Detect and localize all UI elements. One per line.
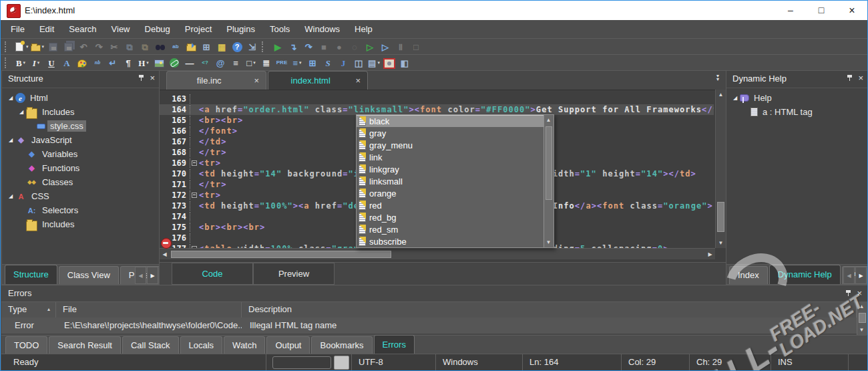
expand-arrow-icon[interactable]: ◢: [17, 109, 26, 115]
close-panel-icon[interactable]: ×: [857, 289, 862, 297]
paragraph-button[interactable]: ¶: [121, 56, 136, 70]
dock-tab-watch[interactable]: Watch: [224, 336, 265, 354]
nbsp-button[interactable]: nb: [90, 56, 105, 70]
snapshot-button[interactable]: [382, 56, 397, 70]
expand-arrow-icon[interactable]: ◢: [6, 137, 15, 143]
stop-button[interactable]: ■: [316, 40, 331, 53]
editor-tab-index-html[interactable]: index.html×: [268, 71, 368, 90]
step-into-button[interactable]: ↴: [286, 40, 300, 53]
editor-vertical-scrollbar[interactable]: ▲ ▼: [715, 90, 726, 248]
color-palette-button[interactable]: [75, 56, 89, 70]
fullscreen-button[interactable]: ⇲: [245, 40, 260, 53]
autocomplete-item-black[interactable]: black: [357, 115, 544, 127]
dock-tab-errors[interactable]: Errors: [374, 335, 415, 354]
status-button[interactable]: [334, 356, 349, 370]
autocomplete-item-orange[interactable]: orange: [357, 187, 544, 199]
horizontal-rule-button[interactable]: —: [182, 56, 197, 70]
autocomplete-item-subscribe[interactable]: subscribe: [357, 235, 544, 247]
scroll-up-icon[interactable]: ▲: [857, 301, 867, 312]
scroll-down-icon[interactable]: ▼: [857, 325, 867, 335]
structure-item-classes[interactable]: ◆◆Classes: [2, 175, 159, 189]
menu-plugins[interactable]: Plugins: [219, 21, 262, 37]
scroll-down-icon[interactable]: ▼: [544, 237, 554, 247]
cut-button[interactable]: ✂: [107, 40, 122, 53]
align-center-button[interactable]: ≡: [228, 56, 243, 70]
fold-marker-icon[interactable]: [190, 158, 199, 168]
continue-button[interactable]: ▷: [378, 40, 393, 53]
maximize-button[interactable]: □: [806, 1, 837, 20]
close-icon[interactable]: ×: [355, 76, 361, 85]
frames-button[interactable]: ◫: [351, 56, 366, 70]
editor-tab-file-inc[interactable]: file.inc×: [166, 71, 266, 90]
hyperlink-button[interactable]: [167, 56, 182, 70]
close-panel-icon[interactable]: ×: [858, 74, 863, 82]
error-row[interactable]: Error E:\E\share\!projects\healthwyse\fo…: [1, 318, 857, 334]
help-button[interactable]: ?: [230, 40, 244, 53]
scrollbar-thumb[interactable]: [717, 202, 724, 232]
errors-column-file[interactable]: File: [56, 302, 242, 318]
expand-arrow-icon[interactable]: ◢: [6, 95, 15, 101]
heading-button[interactable]: H▾: [136, 56, 151, 70]
tab-list-icon[interactable]: ▾▾: [716, 74, 719, 81]
autocomplete-item-linksmall[interactable]: linksmall: [357, 175, 544, 187]
dock-tab-call-stack[interactable]: Call Stack: [122, 336, 179, 354]
close-button[interactable]: ×: [837, 1, 867, 20]
image-button[interactable]: [152, 56, 166, 70]
view-tab-code[interactable]: Code: [172, 263, 253, 285]
scroll-right-icon[interactable]: ▶: [705, 249, 715, 259]
form-button[interactable]: ▤▾: [367, 56, 381, 70]
errors-scrollbar[interactable]: ▲ ▼: [857, 301, 867, 335]
redo-button[interactable]: ↷: [91, 40, 106, 53]
structure-item-includes[interactable]: ◢Includes: [2, 105, 159, 119]
close-icon[interactable]: ×: [254, 76, 259, 85]
find-button[interactable]: [153, 40, 168, 53]
scrollbar-thumb[interactable]: [171, 251, 391, 258]
help-item-help[interactable]: ◢Help: [726, 91, 867, 105]
autocomplete-scrollbar[interactable]: ▲ ▼: [544, 115, 554, 247]
fold-marker-icon[interactable]: [190, 243, 199, 248]
dock-tab-bookmarks[interactable]: Bookmarks: [311, 336, 372, 354]
menu-tools[interactable]: Tools: [262, 21, 297, 37]
replace-button[interactable]: ab: [168, 40, 183, 53]
menu-help[interactable]: Help: [347, 21, 380, 37]
scroll-up-icon[interactable]: ▲: [716, 90, 726, 100]
help-tab-index[interactable]: Index: [729, 266, 768, 284]
structure-item-variables[interactable]: ◆Variables: [2, 147, 159, 161]
dock-tab-todo[interactable]: TODO: [5, 336, 47, 354]
anchor-button[interactable]: @: [213, 56, 228, 70]
toggle-breakpoint-button[interactable]: ●: [332, 40, 347, 53]
code-line-164[interactable]: 164<a href="order.html" class="linksmall…: [160, 104, 714, 115]
undo-button[interactable]: ↶: [76, 40, 91, 53]
expand-arrow-icon[interactable]: ◢: [730, 95, 740, 101]
step-over-button[interactable]: ↷: [301, 40, 316, 53]
minimize-button[interactable]: –: [775, 1, 806, 20]
javascript-button[interactable]: J: [336, 56, 351, 70]
menu-file[interactable]: File: [3, 21, 32, 37]
scroll-right-icon[interactable]: ▶: [147, 267, 158, 284]
div-container-button[interactable]: □▾: [244, 56, 258, 70]
menu-view[interactable]: View: [104, 21, 138, 37]
pin-icon[interactable]: [847, 74, 853, 82]
pre-button[interactable]: PRE: [274, 56, 289, 70]
bold-button[interactable]: B▾: [13, 56, 28, 70]
dock-tab-search-result[interactable]: Search Result: [49, 336, 121, 354]
pin-icon[interactable]: [138, 74, 144, 82]
underline-button[interactable]: U: [44, 56, 59, 70]
menu-windows[interactable]: Windows: [297, 21, 347, 37]
dock-tab-locals[interactable]: Locals: [180, 336, 223, 354]
scroll-left-icon[interactable]: ◀: [135, 267, 146, 284]
menu-search[interactable]: Search: [61, 21, 103, 37]
italic-button[interactable]: I▾: [29, 56, 43, 70]
structure-item-includes[interactable]: Includes: [2, 217, 159, 231]
help-tab-dynamic-help[interactable]: Dynamic Help: [769, 265, 841, 284]
clear-breakpoints-button[interactable]: ◌: [347, 40, 362, 53]
font-button[interactable]: A: [59, 56, 74, 70]
view-tab-preview[interactable]: Preview: [253, 263, 335, 285]
stop-debugger-button[interactable]: □: [409, 40, 423, 53]
scrollbar-thumb[interactable]: [546, 126, 552, 200]
pin-icon[interactable]: [845, 289, 851, 297]
structure-item-selectors[interactable]: A:Selectors: [2, 203, 159, 217]
copy-button[interactable]: ⧉: [122, 40, 137, 53]
run-to-cursor-button[interactable]: ▷: [363, 40, 377, 53]
scroll-right-icon[interactable]: ▶: [855, 267, 867, 284]
